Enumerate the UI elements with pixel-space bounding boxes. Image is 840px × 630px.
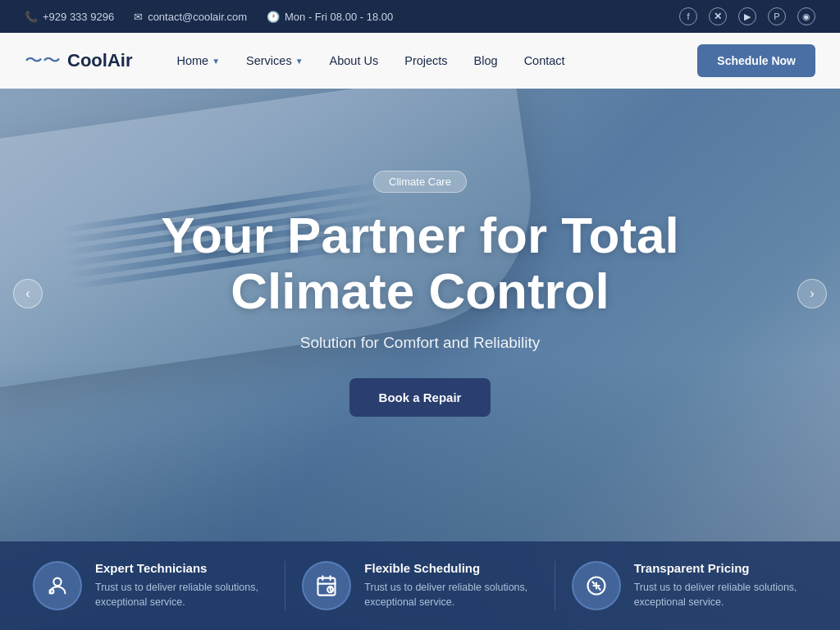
feature-scheduling: Flexible Scheduling Trust us to deliver …	[302, 561, 537, 611]
services-chevron-icon: ▼	[295, 57, 304, 66]
home-chevron-icon: ▼	[212, 57, 220, 66]
feature-divider-1	[285, 561, 285, 611]
clock-icon: 🕐	[267, 11, 280, 23]
hero-section: Climate Care Your Partner for Total Clim…	[0, 89, 840, 630]
nav-contact[interactable]: Contact	[513, 48, 577, 74]
email-item[interactable]: ✉ contact@coolair.com	[134, 11, 247, 23]
feature-pricing-title: Transparent Pricing	[634, 561, 807, 575]
nav-about[interactable]: About Us	[318, 48, 390, 74]
schedule-now-button[interactable]: Schedule Now	[697, 44, 815, 77]
business-hours: Mon - Fri 08.00 - 18.00	[285, 11, 393, 23]
feature-pricing-text: Transparent Pricing Trust us to deliver …	[634, 561, 807, 611]
instagram-icon[interactable]: ◉	[797, 7, 815, 25]
feature-pricing-desc: Trust us to deliver reliable solutions, …	[634, 580, 807, 611]
phone-icon: 📞	[25, 11, 38, 23]
x-twitter-icon[interactable]: ✕	[709, 7, 727, 25]
email-icon: ✉	[134, 11, 143, 23]
phone-item[interactable]: 📞 +929 333 9296	[25, 11, 114, 23]
feature-divider-2	[555, 561, 555, 611]
nav-home[interactable]: Home ▼	[165, 48, 231, 74]
hero-title-line1: Your Partner for Total	[161, 207, 679, 263]
scheduling-icon	[302, 561, 351, 610]
youtube-icon[interactable]: ▶	[738, 7, 756, 25]
hero-subtitle: Solution for Comfort and Reliability	[300, 334, 541, 352]
feature-technicians-title: Expert Technicians	[95, 561, 268, 575]
features-bar: Expert Technicians Trust us to deliver r…	[0, 541, 840, 631]
nav-projects[interactable]: Projects	[393, 48, 459, 74]
hero-tag: Climate Care	[373, 171, 467, 193]
chevron-left-icon: ‹	[25, 286, 30, 301]
feature-technicians-desc: Trust us to deliver reliable solutions, …	[95, 580, 268, 611]
logo[interactable]: 〜〜 CoolAir	[25, 48, 132, 73]
feature-technicians-text: Expert Technicians Trust us to deliver r…	[95, 561, 268, 611]
nav-services[interactable]: Services ▼	[235, 48, 315, 74]
facebook-icon[interactable]: f	[679, 7, 697, 25]
hero-title: Your Partner for Total Climate Control	[161, 208, 679, 319]
feature-scheduling-desc: Trust us to deliver reliable solutions, …	[364, 580, 537, 611]
pricing-icon	[572, 561, 621, 610]
hero-title-line2: Climate Control	[231, 262, 609, 319]
technicians-icon	[33, 561, 82, 610]
nav-links: Home ▼ Services ▼ About Us Projects Blog…	[165, 48, 697, 74]
slider-prev-button[interactable]: ‹	[13, 279, 43, 308]
navbar: 〜〜 CoolAir Home ▼ Services ▼ About Us Pr…	[0, 33, 840, 89]
feature-pricing: Transparent Pricing Trust us to deliver …	[572, 561, 807, 611]
logo-waves-icon: 〜〜	[25, 48, 61, 73]
pinterest-icon[interactable]: P	[768, 7, 786, 25]
phone-number: +929 333 9296	[43, 11, 114, 23]
social-links: f ✕ ▶ P ◉	[679, 7, 815, 25]
topbar-contact-info: 📞 +929 333 9296 ✉ contact@coolair.com 🕐 …	[25, 11, 655, 23]
feature-scheduling-title: Flexible Scheduling	[364, 561, 537, 575]
svg-point-0	[53, 578, 61, 585]
book-repair-button[interactable]: Book a Repair	[349, 378, 491, 417]
feature-scheduling-text: Flexible Scheduling Trust us to deliver …	[364, 561, 537, 611]
feature-technicians: Expert Technicians Trust us to deliver r…	[33, 561, 268, 611]
hours-item: 🕐 Mon - Fri 08.00 - 18.00	[267, 11, 393, 23]
slider-next-button[interactable]: ›	[797, 279, 827, 308]
logo-text: CoolAir	[67, 50, 132, 71]
chevron-right-icon: ›	[810, 286, 814, 301]
topbar: 📞 +929 333 9296 ✉ contact@coolair.com 🕐 …	[0, 0, 840, 33]
email-address: contact@coolair.com	[148, 11, 247, 23]
nav-blog[interactable]: Blog	[463, 48, 509, 74]
